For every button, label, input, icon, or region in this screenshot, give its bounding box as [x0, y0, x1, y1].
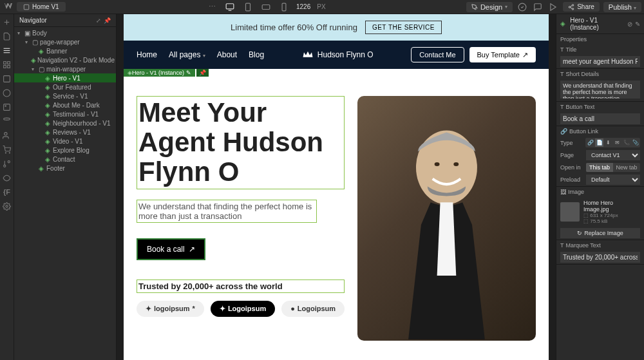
marquee-input[interactable]: [560, 252, 640, 263]
link-email-icon[interactable]: ✉: [613, 138, 621, 147]
text-type-icon: T: [560, 104, 564, 110]
tree-hero[interactable]: ◈Hero - V1: [14, 73, 116, 82]
webflow-logo-icon[interactable]: [3, 1, 14, 13]
tree-service[interactable]: ◈Service - V1: [14, 91, 116, 100]
link-icon: 🔗: [560, 128, 567, 135]
svg-point-25: [5, 105, 6, 106]
replace-image-button[interactable]: ↻ Replace Image: [560, 228, 640, 238]
share-button[interactable]: Share: [563, 2, 600, 12]
cms-icon[interactable]: [2, 116, 12, 126]
hero-section[interactable]: Meet Your Agent Hudson Flynn O We unders…: [124, 77, 549, 360]
font-icon[interactable]: {F: [2, 187, 12, 197]
tree-nav2[interactable]: ◈Navigation V2 - Dark Mode: [14, 55, 116, 64]
tree-video[interactable]: ◈Video - V1: [14, 137, 116, 146]
crumb-pin-icon[interactable]: 📌: [196, 69, 209, 77]
mobile-icon[interactable]: [278, 1, 290, 13]
edit-icon[interactable]: ✎: [635, 21, 640, 28]
tree-page-wrapper[interactable]: ▾▢page-wrapper: [14, 37, 116, 46]
design-canvas[interactable]: Limited time offer 60% Off running GET T…: [117, 14, 556, 360]
design-label: Design: [480, 3, 502, 11]
preload-select[interactable]: Default: [586, 175, 640, 185]
svg-line-12: [571, 5, 573, 6]
image-thumbnail[interactable]: [560, 202, 580, 222]
svg-rect-0: [24, 5, 29, 10]
trust-section[interactable]: Trusted by 20,000+ across the world: [137, 279, 345, 293]
svg-point-34: [435, 162, 440, 166]
nav-about[interactable]: About: [217, 50, 237, 59]
link-section-icon[interactable]: ⬇: [604, 138, 612, 147]
text-type-icon: T: [560, 46, 564, 53]
text-type-icon: T: [560, 242, 564, 249]
publish-button[interactable]: Publish ▾: [603, 2, 641, 12]
hero-image[interactable]: [357, 96, 536, 341]
tablet-icon[interactable]: [242, 1, 254, 13]
hero-cta-button[interactable]: Book a call ↗: [137, 238, 205, 260]
link-phone-icon[interactable]: 📞: [622, 138, 630, 147]
type-label: Type: [560, 140, 583, 146]
buy-template-button[interactable]: Buy Template ↗: [469, 47, 536, 62]
site-banner[interactable]: Limited time offer 60% Off running GET T…: [124, 14, 549, 41]
this-tab-button[interactable]: This tab: [586, 163, 613, 172]
tree-body[interactable]: ▾▣Body: [14, 28, 116, 37]
styles-icon[interactable]: [2, 88, 12, 98]
navigator-icon[interactable]: [2, 45, 12, 55]
tree-featured[interactable]: ◈Our Featured: [14, 82, 116, 91]
collapse-icon[interactable]: ⤢: [96, 17, 101, 24]
logic-icon[interactable]: [2, 158, 12, 169]
tree-aboutme[interactable]: ◈About Me - Dark: [14, 100, 116, 109]
assets-icon[interactable]: [2, 102, 12, 112]
users-icon[interactable]: [2, 130, 12, 140]
design-mode-button[interactable]: Design ▾: [466, 2, 513, 12]
new-tab-button[interactable]: New tab: [613, 163, 640, 172]
link-file-icon[interactable]: 📎: [631, 138, 639, 147]
page-select[interactable]: Contact V1: [586, 150, 640, 160]
selection-crumb[interactable]: ◈ Hero - V1 (Instance) ✎: [124, 69, 195, 77]
hero-subtitle[interactable]: We understand that finding the perfect h…: [137, 200, 317, 223]
short-details-input[interactable]: We understand that finding the perfect h…: [560, 81, 640, 99]
button-text-label: Button Text: [566, 104, 595, 110]
title-input[interactable]: [560, 56, 640, 67]
tree-banner[interactable]: ◈Banner: [14, 46, 116, 55]
site-navbar[interactable]: Home All pages ▾ About Blog Hudson Flynn…: [124, 41, 549, 69]
svg-rect-19: [8, 61, 10, 64]
link-page-icon[interactable]: 📄: [595, 138, 603, 147]
more-icon[interactable]: ⋯: [206, 1, 218, 13]
variables-icon[interactable]: [2, 73, 12, 84]
pin-icon[interactable]: 📌: [104, 17, 111, 24]
nav-home[interactable]: Home: [137, 50, 157, 59]
arrow-icon: ↗: [522, 51, 528, 59]
svg-marker-7: [551, 3, 556, 10]
unlink-icon[interactable]: ⊘: [627, 21, 632, 28]
button-text-input[interactable]: [560, 113, 640, 124]
nav-blog[interactable]: Blog: [249, 50, 264, 59]
site-brand[interactable]: Hudson Flynn O: [302, 50, 374, 59]
logo-pill-2[interactable]: ✦ Logoipsum: [211, 301, 275, 317]
tree-reviews[interactable]: ◈Reviews - V1: [14, 128, 116, 137]
link-url-icon[interactable]: 🔗: [586, 138, 594, 147]
desktop-icon[interactable]: [224, 1, 236, 13]
pages-icon[interactable]: [2, 31, 12, 41]
page-tab[interactable]: Home V1: [17, 2, 66, 12]
logo-pill-1[interactable]: ✦ logoipsum*: [137, 301, 204, 317]
hero-title[interactable]: Meet Your Agent Hudson Flynn O: [137, 96, 345, 189]
apps-icon[interactable]: [2, 173, 12, 183]
comment-icon[interactable]: [532, 1, 544, 13]
add-element-icon[interactable]: [2, 17, 12, 27]
components-icon[interactable]: [2, 59, 12, 70]
banner-cta[interactable]: GET THE SERVICE: [365, 21, 442, 34]
nav-allpages[interactable]: All pages ▾: [169, 50, 205, 59]
settings-icon[interactable]: [2, 201, 12, 211]
landscape-icon[interactable]: [260, 1, 272, 13]
tree-explore[interactable]: ◈Explore Blog: [14, 146, 116, 155]
ecommerce-icon[interactable]: [2, 144, 12, 155]
contact-me-button[interactable]: Contact Me: [411, 47, 464, 62]
tree-neighbourhood[interactable]: ◈Neighbourhood - V1: [14, 118, 116, 128]
tree-contact[interactable]: ◈Contact: [14, 155, 116, 164]
tree-testimonial[interactable]: ◈Testimonial - V1: [14, 109, 116, 118]
preview-icon[interactable]: [547, 1, 559, 13]
logo-pill-3[interactable]: ● Logoipsum: [281, 301, 345, 317]
check-icon[interactable]: [516, 1, 528, 13]
tree-footer[interactable]: ◈Footer: [14, 164, 116, 173]
svg-rect-3: [246, 3, 251, 11]
tree-main-wrapper[interactable]: ▾▢main-wrapper: [14, 64, 116, 73]
